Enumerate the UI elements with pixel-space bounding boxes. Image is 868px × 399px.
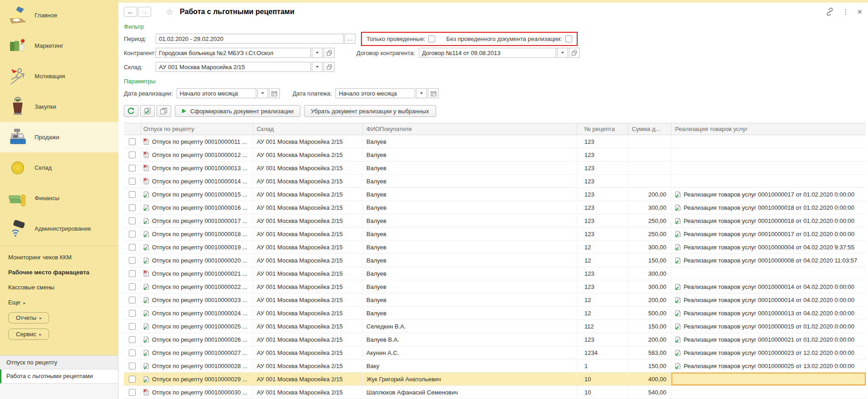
row-checkbox[interactable] xyxy=(129,297,136,303)
realization-cell[interactable] xyxy=(671,162,866,174)
table-row[interactable]: Отпуск по рецепту 00010000011 ... АУ 001… xyxy=(124,135,866,148)
table-row[interactable]: Отпуск по рецепту 00010000016 ... АУ 001… xyxy=(124,201,866,214)
table-row[interactable]: Отпуск по рецепту 00010000026 ... АУ 001… xyxy=(124,333,866,346)
row-checkbox[interactable] xyxy=(129,323,136,330)
realization-cell[interactable]: Реализация товаров услуг 00010000018 от … xyxy=(671,214,866,227)
row-checkbox[interactable] xyxy=(129,363,136,369)
table-row[interactable]: Отпуск по рецепту 00010000017 ... АУ 001… xyxy=(124,214,866,227)
table-row[interactable]: Отпуск по рецепту 00010000015 ... АУ 001… xyxy=(124,188,866,201)
sidebar-item-marketing[interactable]: Маркетинг xyxy=(0,30,118,61)
realization-cell[interactable]: Реализация товаров услуг 00010000017 от … xyxy=(671,227,866,240)
realization-cell[interactable]: Реализация товаров услуг 00010000025 от … xyxy=(671,359,866,372)
pay-date-input[interactable] xyxy=(335,88,415,98)
sidebar-link-more[interactable]: Еще▸ xyxy=(0,295,118,310)
realization-cell[interactable] xyxy=(671,175,866,187)
table-row[interactable]: Отпуск по рецепту 00010000030 ... АУ 001… xyxy=(124,386,866,399)
row-checkbox[interactable] xyxy=(129,217,136,224)
header-number-column[interactable]: № рецепта xyxy=(577,123,628,135)
only-posted-checkbox[interactable] xyxy=(428,35,435,42)
row-checkbox[interactable] xyxy=(129,376,136,383)
row-checkbox[interactable] xyxy=(129,310,136,317)
table-row[interactable]: Отпуск по рецепту 00010000019 ... АУ 001… xyxy=(124,241,866,254)
sidebar-item-prodazhi[interactable]: Продажи xyxy=(0,122,118,152)
window-tab-rabota-s-lgotnymi[interactable]: Работа с льготными рецептами xyxy=(0,369,118,384)
counterparty-open-button[interactable] xyxy=(324,48,335,58)
realization-cell[interactable]: Реализация товаров услуг 00010000021 от … xyxy=(671,333,866,346)
service-button[interactable]: Сервис▸ xyxy=(8,328,49,340)
no-sale-doc-checkbox[interactable] xyxy=(565,35,572,42)
sidebar-link-monitoring-chekov[interactable]: Мониторинг чеков ККМ xyxy=(0,250,118,265)
period-input[interactable] xyxy=(156,34,344,44)
sale-date-calendar-button[interactable] xyxy=(269,88,280,98)
realization-cell[interactable] xyxy=(671,135,866,148)
table-row[interactable]: Отпуск по рецепту 00010000022 ... АУ 001… xyxy=(124,280,866,293)
realization-cell[interactable] xyxy=(671,148,866,161)
row-checkbox[interactable] xyxy=(129,231,136,237)
table-row[interactable]: Отпуск по рецепту 00010000021 ... АУ 001… xyxy=(124,267,866,280)
row-checkbox[interactable] xyxy=(129,191,136,198)
realization-cell[interactable] xyxy=(671,386,866,399)
sidebar-item-sklad[interactable]: Склад xyxy=(0,152,118,183)
realization-cell[interactable]: Реализация товаров услуг 00010000017 от … xyxy=(671,188,866,201)
pay-date-calendar-button[interactable] xyxy=(428,88,439,98)
row-checkbox[interactable] xyxy=(129,270,136,277)
realization-cell[interactable]: Реализация товаров услуг 00010000014 от … xyxy=(671,280,866,293)
realization-cell[interactable]: Реализация товаров услуг 00010000013 от … xyxy=(671,307,866,319)
contract-input[interactable] xyxy=(419,48,556,58)
row-checkbox[interactable] xyxy=(129,152,136,158)
row-checkbox[interactable] xyxy=(129,336,136,343)
row-checkbox[interactable] xyxy=(129,244,136,251)
back-button[interactable]: ← xyxy=(124,7,137,17)
sidebar-link-kassovye-smeny[interactable]: Кассовые смены xyxy=(0,280,118,295)
remove-sale-doc-button[interactable]: Убрать документ реализации у выбранных xyxy=(304,105,436,117)
generate-sale-doc-button[interactable]: Сформировать документ реализации xyxy=(175,105,300,117)
table-row[interactable]: Отпуск по рецепту 00010000013 ... АУ 001… xyxy=(124,162,866,175)
forward-button[interactable]: → xyxy=(138,7,151,17)
sidebar-item-glavnoe[interactable]: Главное xyxy=(0,0,118,30)
mark-all-button[interactable] xyxy=(140,105,155,117)
row-checkbox[interactable] xyxy=(129,283,136,290)
row-checkbox[interactable] xyxy=(129,165,136,172)
header-buyer-column[interactable]: ФИОПокупателя xyxy=(363,123,577,135)
header-warehouse-column[interactable]: Склад xyxy=(253,123,363,135)
table-row[interactable]: Отпуск по рецепту 00010000018 ... АУ 001… xyxy=(124,227,866,241)
row-checkbox[interactable] xyxy=(129,349,136,356)
realization-cell[interactable] xyxy=(671,373,866,385)
counterparty-input[interactable] xyxy=(156,48,311,58)
refresh-button[interactable] xyxy=(124,105,138,117)
realization-cell[interactable]: Реализация товаров услуг 00010000018 от … xyxy=(671,201,866,214)
row-checkbox[interactable] xyxy=(129,389,136,396)
link-icon[interactable] xyxy=(826,8,834,16)
sidebar-item-administrirovanie[interactable]: Администрирование xyxy=(0,213,118,244)
kebab-menu-icon[interactable]: ⋮ xyxy=(842,8,849,16)
header-doc-column[interactable]: Отпуск по рецепту xyxy=(141,123,253,135)
period-more-button[interactable]: ... xyxy=(345,34,355,44)
warehouse-dropdown-button[interactable] xyxy=(312,62,323,72)
unmark-all-button[interactable] xyxy=(157,105,171,117)
realization-cell[interactable]: Реализация товаров услуг 00010000008 от … xyxy=(671,254,866,267)
table-row[interactable]: Отпуск по рецепту 00010000025 ... АУ 001… xyxy=(124,320,866,333)
window-tab-otpusk-po-receptu[interactable]: Отпуск по рецепту xyxy=(0,355,118,369)
sidebar-item-finansy[interactable]: Финансы xyxy=(0,183,118,213)
header-realization-column[interactable]: Реализация товаров услуг xyxy=(671,123,866,135)
sale-date-input[interactable] xyxy=(177,88,256,98)
contract-open-button[interactable] xyxy=(569,48,580,58)
table-row[interactable]: Отпуск по рецепту 00010000023 ... АУ 001… xyxy=(124,293,866,307)
sidebar-link-rabochee-mesto[interactable]: Рабочее место фармацевта xyxy=(0,265,118,280)
row-checkbox[interactable] xyxy=(129,204,136,211)
contract-dropdown-button[interactable] xyxy=(557,48,568,58)
counterparty-dropdown-button[interactable] xyxy=(312,48,323,58)
sidebar-item-zakupki[interactable]: Закупки xyxy=(0,91,118,122)
table-row[interactable]: Отпуск по рецепту 00010000029 ... АУ 001… xyxy=(124,373,866,386)
warehouse-open-button[interactable] xyxy=(324,62,335,72)
table-row[interactable]: Отпуск по рецепту 00010000027 ... АУ 001… xyxy=(124,346,866,359)
sale-date-dropdown-button[interactable] xyxy=(257,88,268,98)
reports-button[interactable]: Отчеты▸ xyxy=(8,312,49,323)
table-row[interactable]: Отпуск по рецепту 00010000028 ... АУ 001… xyxy=(124,359,866,373)
header-sum-column[interactable]: Сумма д... xyxy=(628,123,671,135)
row-checkbox[interactable] xyxy=(129,257,136,264)
table-row[interactable]: Отпуск по рецепту 00010000014 ... АУ 001… xyxy=(124,175,866,188)
realization-cell[interactable]: Реализация товаров услуг 00010000015 от … xyxy=(671,320,866,333)
row-checkbox[interactable] xyxy=(129,138,136,145)
realization-cell[interactable]: Реализация товаров услуг 00010000023 от … xyxy=(671,346,866,359)
